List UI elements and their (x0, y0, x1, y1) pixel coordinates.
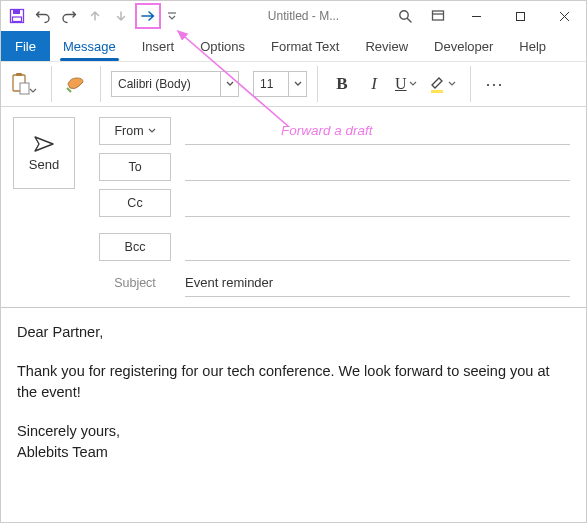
svg-rect-6 (433, 11, 444, 20)
svg-line-5 (407, 18, 411, 22)
cc-button[interactable]: Cc (99, 189, 171, 217)
paste-button[interactable] (7, 67, 41, 101)
from-button[interactable]: From (99, 117, 171, 145)
close-button[interactable] (542, 1, 586, 31)
tab-file[interactable]: File (1, 31, 50, 61)
from-field[interactable] (185, 117, 570, 145)
svg-rect-15 (431, 90, 443, 93)
titlebar: Untitled - M... (1, 1, 586, 31)
tab-help[interactable]: Help (506, 31, 559, 61)
tab-developer[interactable]: Developer (421, 31, 506, 61)
chevron-down-icon[interactable] (288, 72, 306, 96)
font-name-combo[interactable]: Calibri (Body) (111, 71, 239, 97)
cc-field[interactable] (185, 189, 570, 217)
quick-access-toolbar (1, 3, 181, 29)
chevron-down-icon[interactable] (220, 72, 238, 96)
body-greeting: Dear Partner, (17, 322, 570, 343)
maximize-button[interactable] (498, 1, 542, 31)
qat-customize-icon[interactable] (163, 4, 181, 28)
font-size-combo[interactable]: 11 (253, 71, 307, 97)
ribbon-tabs: File Message Insert Options Format Text … (1, 31, 586, 61)
send-label: Send (29, 157, 59, 172)
minimize-button[interactable] (454, 1, 498, 31)
tab-insert[interactable]: Insert (129, 31, 188, 61)
highlight-button[interactable] (425, 67, 460, 101)
font-size-value: 11 (254, 77, 288, 91)
to-field[interactable] (185, 153, 570, 181)
forward-draft-icon[interactable] (135, 3, 161, 29)
titlebar-right (388, 1, 586, 31)
bcc-button[interactable]: Bcc (99, 233, 171, 261)
svg-rect-13 (16, 73, 22, 76)
svg-rect-1 (13, 10, 20, 14)
underline-button[interactable]: U (392, 67, 421, 101)
message-body[interactable]: Dear Partner, Thank you for registering … (1, 308, 586, 477)
search-icon[interactable] (388, 1, 422, 31)
body-paragraph: Thank you for registering for our tech c… (17, 361, 570, 403)
send-icon (33, 135, 55, 153)
format-painter-button[interactable] (62, 67, 90, 101)
tab-format-text[interactable]: Format Text (258, 31, 352, 61)
subject-label: Subject (99, 270, 171, 296)
bcc-field[interactable] (185, 233, 570, 261)
compose-area: Send From To Cc Bcc Subject Event remind… (1, 107, 586, 308)
svg-rect-9 (516, 12, 524, 20)
svg-rect-2 (13, 17, 22, 22)
save-icon[interactable] (5, 4, 29, 28)
chevron-down-icon (148, 127, 156, 135)
bold-button[interactable]: B (328, 67, 356, 101)
svg-rect-14 (20, 83, 29, 94)
tab-message[interactable]: Message (50, 31, 129, 61)
send-button[interactable]: Send (13, 117, 75, 189)
undo-icon[interactable] (31, 4, 55, 28)
body-closing: Sincerely yours, (17, 421, 570, 442)
body-signature: Ablebits Team (17, 442, 570, 463)
redo-icon[interactable] (57, 4, 81, 28)
tab-review[interactable]: Review (352, 31, 421, 61)
to-button[interactable]: To (99, 153, 171, 181)
next-item-icon (109, 4, 133, 28)
previous-item-icon (83, 4, 107, 28)
ribbon: Calibri (Body) 11 B I U ⋯ (1, 61, 586, 107)
ribbon-display-icon[interactable] (422, 1, 454, 31)
more-commands-button[interactable]: ⋯ (481, 67, 509, 101)
font-name-value: Calibri (Body) (112, 77, 220, 91)
subject-field[interactable]: Event reminder (185, 269, 570, 297)
italic-button[interactable]: I (360, 67, 388, 101)
tab-options[interactable]: Options (187, 31, 258, 61)
